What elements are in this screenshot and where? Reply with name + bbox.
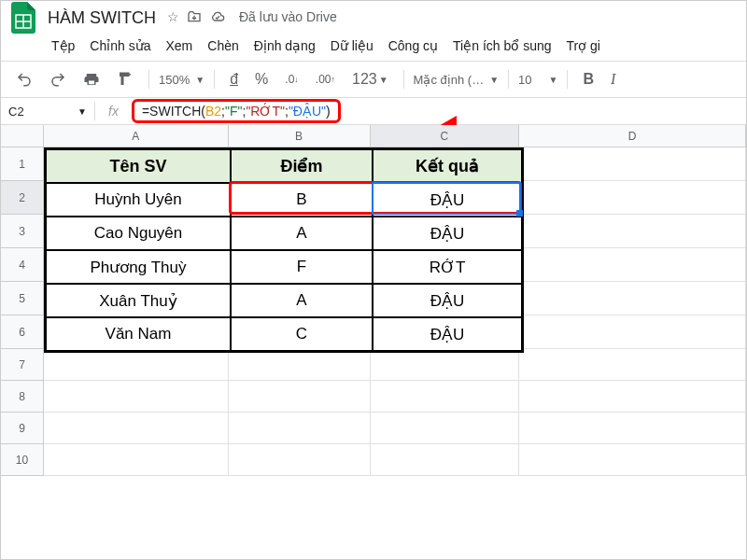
bold-button[interactable]: B xyxy=(577,67,599,91)
toolbar: 150%▼ đ % .0↓ .00↑ 123▼ Mặc định (…▼ 10▼… xyxy=(1,62,746,97)
col-header-c[interactable]: C xyxy=(371,125,520,147)
cells-area[interactable]: 1 2 3 4 5 6 7 8 xyxy=(1,147,746,476)
cell-result[interactable]: RỚT xyxy=(373,250,522,284)
cell-score[interactable]: B xyxy=(231,183,373,217)
cell-name[interactable]: Xuân Thuỷ xyxy=(46,284,231,317)
column-headers: A B C D xyxy=(1,125,746,147)
redo-icon[interactable] xyxy=(44,67,72,91)
row-header-9[interactable]: 9 xyxy=(1,413,44,444)
formula-input[interactable]: =SWITCH(B2;"F";"RỚT";"ĐẬU") xyxy=(132,99,341,123)
menu-format[interactable]: Định dạng xyxy=(254,38,316,53)
cell-score[interactable]: C xyxy=(231,317,373,351)
title-bar: HÀM SWITCH ☆ Đã lưu vào Drive xyxy=(1,1,746,35)
cloud-icon[interactable] xyxy=(209,9,226,27)
menu-bar: Tệp Chỉnh sửa Xem Chèn Định dạng Dữ liệu… xyxy=(1,35,746,61)
percent-button[interactable]: % xyxy=(249,67,274,91)
row-header-6[interactable]: 6 xyxy=(1,315,44,349)
menu-data[interactable]: Dữ liệu xyxy=(331,38,374,53)
font-size[interactable]: 10▼ xyxy=(518,73,557,87)
cell-name[interactable]: Cao Nguyên xyxy=(46,217,231,250)
row-header-8[interactable]: 8 xyxy=(1,381,44,413)
cell-result[interactable]: ĐẬU xyxy=(373,217,522,250)
italic-button[interactable]: I xyxy=(605,67,621,91)
saved-status: Đã lưu vào Drive xyxy=(239,9,337,27)
name-box[interactable]: C2▼ xyxy=(1,105,94,119)
menu-view[interactable]: Xem xyxy=(166,38,193,53)
separator xyxy=(508,70,509,89)
col-header-b[interactable]: B xyxy=(229,125,371,147)
star-icon[interactable]: ☆ xyxy=(167,9,179,27)
menu-insert[interactable]: Chèn xyxy=(207,38,238,53)
cell-result[interactable]: ĐẬU xyxy=(373,317,522,351)
menu-extensions[interactable]: Tiện ích bổ sung xyxy=(453,38,551,53)
doc-title[interactable]: HÀM SWITCH xyxy=(48,8,156,28)
font-selector[interactable]: Mặc định (…▼ xyxy=(414,73,499,87)
row-header-3[interactable]: 3 xyxy=(1,215,44,248)
print-icon[interactable] xyxy=(78,67,106,91)
cell-name[interactable]: Huỳnh Uyên xyxy=(46,183,231,217)
menu-file[interactable]: Tệp xyxy=(51,38,75,53)
paint-format-icon[interactable] xyxy=(111,67,139,91)
header-name[interactable]: Tên SV xyxy=(46,149,231,183)
separator xyxy=(403,70,404,89)
separator xyxy=(214,70,215,89)
row-header-1[interactable]: 1 xyxy=(1,147,44,181)
row-header-5[interactable]: 5 xyxy=(1,282,44,315)
cell-name[interactable]: Phương Thuỳ xyxy=(46,250,231,284)
separator xyxy=(148,70,149,89)
data-table: Tên SV Điểm Kết quả Huỳnh Uyên B ĐẬU Cao… xyxy=(44,147,524,353)
header-score[interactable]: Điểm xyxy=(231,149,373,183)
fx-icon: fx xyxy=(95,104,132,119)
menu-tools[interactable]: Công cụ xyxy=(388,38,438,53)
dec-increase-button[interactable]: .00↑ xyxy=(310,69,341,90)
header-result[interactable]: Kết quả xyxy=(373,149,522,183)
spreadsheet-grid: A B C D 1 2 3 4 5 6 7 xyxy=(1,125,746,476)
cell-score[interactable]: A xyxy=(231,217,373,250)
row-header-4[interactable]: 4 xyxy=(1,248,44,282)
separator xyxy=(567,70,568,89)
col-header-d[interactable]: D xyxy=(519,125,746,147)
sheets-logo[interactable] xyxy=(8,3,38,33)
col-header-a[interactable]: A xyxy=(44,125,229,147)
zoom-selector[interactable]: 150%▼ xyxy=(159,73,204,87)
title-actions: ☆ Đã lưu vào Drive xyxy=(167,9,337,27)
row-header-10[interactable]: 10 xyxy=(1,444,44,476)
number-format-button[interactable]: 123▼ xyxy=(346,67,394,91)
cell-score[interactable]: A xyxy=(231,284,373,317)
move-icon[interactable] xyxy=(187,9,202,27)
cell-name[interactable]: Văn Nam xyxy=(46,317,231,351)
cell-result[interactable]: ĐẬU xyxy=(373,183,522,217)
cell-result[interactable]: ĐẬU xyxy=(373,284,522,317)
undo-icon[interactable] xyxy=(10,67,38,91)
select-all-corner[interactable] xyxy=(1,125,44,147)
currency-button[interactable]: đ xyxy=(224,67,244,91)
menu-help[interactable]: Trợ gi xyxy=(567,38,600,53)
row-header-2[interactable]: 2 xyxy=(1,181,44,215)
cell-score[interactable]: F xyxy=(231,250,373,284)
row-header-7[interactable]: 7 xyxy=(1,349,44,381)
dec-decrease-button[interactable]: .0↓ xyxy=(279,69,304,90)
menu-edit[interactable]: Chỉnh sửa xyxy=(90,38,150,53)
formula-bar: C2▼ fx =SWITCH(B2;"F";"RỚT";"ĐẬU") xyxy=(1,97,746,125)
